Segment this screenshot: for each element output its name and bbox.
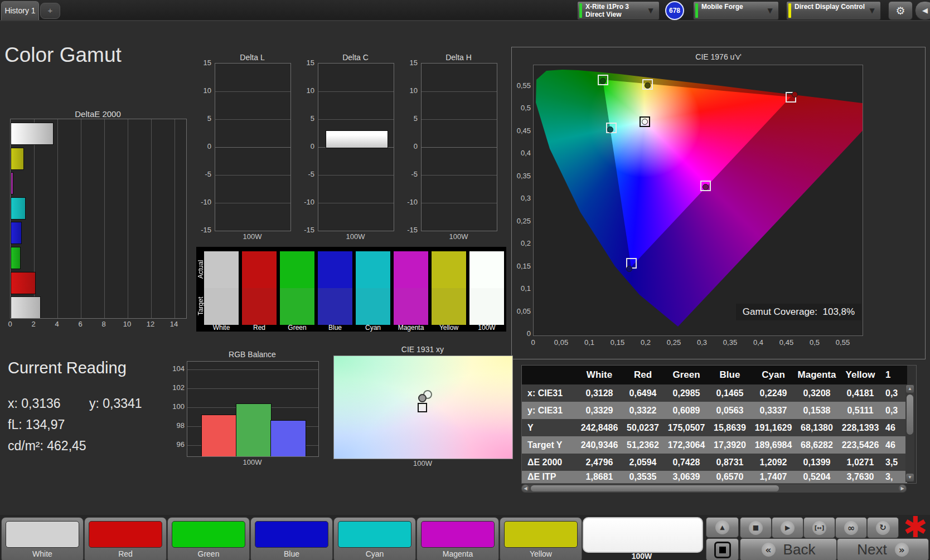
y-tick-label: 0,25 xyxy=(512,217,531,225)
meter-status-stripe xyxy=(579,3,582,18)
y-tick-label: 0,45 xyxy=(512,126,531,135)
scroll-thumb[interactable] xyxy=(907,395,913,435)
tab-history-1[interactable]: History 1 xyxy=(1,1,39,20)
gamut-coverage-readout: Gamut Coverage: 103,8% xyxy=(736,304,861,320)
table-cell: 228,1393 xyxy=(839,423,882,433)
deltae-bar-blue xyxy=(11,222,22,244)
stop-button[interactable]: ■ xyxy=(740,517,772,538)
table-vertical-scrollbar[interactable]: ▲▼ xyxy=(905,384,914,482)
pattern-button-blue[interactable]: Blue xyxy=(250,517,333,560)
swatch-label: Red xyxy=(242,324,277,332)
y-tick-label: 0,05 xyxy=(512,307,531,315)
gridline xyxy=(422,91,497,92)
table-cell: 0,3208 xyxy=(795,388,839,398)
display-control-dropdown[interactable]: Direct Display Control ▼ xyxy=(786,1,881,20)
back-button[interactable]: « Back xyxy=(740,538,837,560)
gridline xyxy=(318,175,394,176)
pattern-button-100w-selected[interactable] xyxy=(583,517,703,553)
row-label: ΔE ITP xyxy=(522,472,578,482)
deltae-bar-red xyxy=(11,272,36,294)
pattern-button-green[interactable]: Green xyxy=(167,517,250,560)
gridline xyxy=(422,203,497,203)
pattern-chip xyxy=(6,521,79,548)
table-cell: 0,1465 xyxy=(708,388,752,398)
gridline xyxy=(104,119,105,318)
table-cell: 0,3128 xyxy=(578,388,621,398)
step-range-icon: [↔] xyxy=(815,525,825,531)
row-label: Target Y xyxy=(522,440,578,450)
gridline xyxy=(318,203,394,203)
refresh-button[interactable]: ↻ xyxy=(867,517,899,538)
table-horizontal-scrollbar[interactable]: ◀▶ xyxy=(521,484,907,493)
calibration-asterisk-icon[interactable]: ✱ xyxy=(903,510,928,544)
table-row: Target Y240,934651,2362172,306417,392018… xyxy=(522,436,907,454)
pattern-button-red[interactable]: Red xyxy=(84,517,167,560)
row-label: y: CIE31 xyxy=(522,406,578,416)
table-row: ΔE ITP1,86810,35353,06390,65701,74070,52… xyxy=(522,471,907,483)
add-tab-button[interactable]: + xyxy=(40,3,60,19)
cie1976-panel: CIE 1976 u'v' Gamut Coverage: 103,8% 00,… xyxy=(511,47,926,359)
scroll-down-arrow-icon[interactable]: ▼ xyxy=(906,474,914,481)
y-tick-label: 98 xyxy=(167,421,185,430)
reading-cdm2: cd/m²: 462,45 xyxy=(8,439,86,454)
column-header-magenta: Magenta xyxy=(795,369,839,381)
table-cell: 68,6282 xyxy=(795,440,839,450)
table-cell: 0,8731 xyxy=(708,457,752,468)
y-tick-label: -10 xyxy=(298,198,314,206)
pattern-window-button[interactable] xyxy=(706,538,739,560)
magenta-marker-dot xyxy=(703,184,709,190)
collapse-panel-button[interactable]: ◀ xyxy=(915,1,930,20)
reading-y: y: 0,3341 xyxy=(89,396,142,411)
gridline xyxy=(318,119,394,120)
cie1931-title: CIE 1931 xy xyxy=(333,345,512,354)
table-cell: 0,6570 xyxy=(708,472,752,482)
table-cell: 51,2362 xyxy=(621,440,665,450)
pattern-chip xyxy=(255,521,328,548)
column-header-yellow: Yellow xyxy=(839,369,882,381)
table-cell: 0,3337 xyxy=(752,406,795,416)
step-button[interactable]: [↔] xyxy=(803,517,835,538)
actual-swatch xyxy=(318,251,352,288)
scroll-up-arrow-icon[interactable]: ▲ xyxy=(906,385,914,393)
pattern-label: Red xyxy=(85,549,166,558)
swatch-label: 100W xyxy=(469,324,504,332)
source-dropdown[interactable]: Mobile Forge ▼ xyxy=(693,1,779,20)
loop-button[interactable]: ∞ xyxy=(835,517,867,538)
cie1931-chart xyxy=(333,356,513,459)
table-cell: 15,8639 xyxy=(708,423,752,433)
up-arrow-icon: ▲ xyxy=(720,524,724,531)
scroll-left-arrow-icon[interactable]: ◀ xyxy=(522,485,529,492)
pattern-up-button[interactable]: ▲ xyxy=(706,517,739,538)
chevron-left-icon: ◀ xyxy=(922,6,928,14)
delta-chart-title: Delta C xyxy=(318,53,393,62)
gridline xyxy=(422,119,497,120)
x-tick-label: 0,4 xyxy=(749,338,767,347)
meter-dropdown[interactable]: X-Rite i1Pro 3 Direct View ▼ xyxy=(577,1,660,20)
table-row: y: CIE310,33290,33220,60890,05630,33370,… xyxy=(522,402,907,419)
pattern-button-yellow[interactable]: Yellow xyxy=(500,517,582,560)
pattern-chip xyxy=(421,521,495,548)
play-button[interactable]: ▶ xyxy=(772,517,803,538)
table-cell: 0,3322 xyxy=(621,406,665,416)
gridline xyxy=(187,388,318,389)
target-swatch xyxy=(469,288,504,325)
table-cell: 0,1538 xyxy=(795,406,839,416)
deltae2000-chart xyxy=(10,119,187,319)
reading-x: x: 0,3136 xyxy=(8,396,61,411)
target-swatch xyxy=(318,288,352,325)
scroll-right-arrow-icon[interactable]: ▶ xyxy=(899,485,906,492)
rgb-bar-green xyxy=(236,403,272,457)
pattern-button-magenta[interactable]: Magenta xyxy=(416,517,499,560)
meter-dropdown-label: X-Rite i1Pro 3 Direct View xyxy=(585,3,629,18)
cie1931-square-marker xyxy=(418,403,427,412)
pattern-button-cyan[interactable]: Cyan xyxy=(333,517,416,560)
rgb-balance-title: RGB Balance xyxy=(187,350,318,359)
y-tick-label: 15 xyxy=(195,59,211,67)
scroll-thumb[interactable] xyxy=(531,485,779,491)
red-marker-dot xyxy=(792,91,798,98)
settings-button[interactable]: ⚙ xyxy=(888,1,913,20)
gridline xyxy=(215,147,290,148)
deltae-bar-yellow xyxy=(11,148,24,170)
pattern-button-white[interactable]: White xyxy=(1,517,84,560)
cie1931-x-label: 100W xyxy=(333,459,512,468)
